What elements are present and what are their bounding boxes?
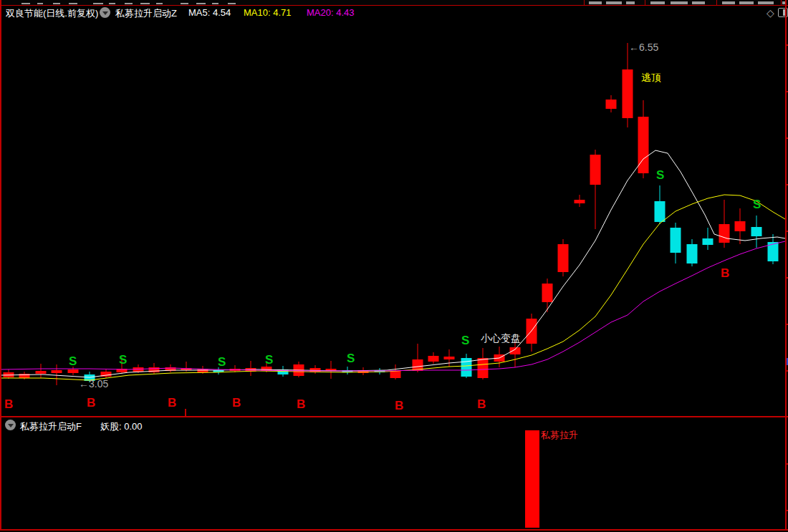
chart-canvas[interactable]: SSSSSSSSBBBBBBBB←3.05←6.55逃顶小心变盘私募拉升 bbox=[0, 0, 788, 532]
right-border bbox=[785, 0, 787, 531]
candle-body bbox=[133, 367, 144, 372]
candle-body bbox=[542, 284, 553, 302]
stock-title: 双良节能(日线.前复权) bbox=[6, 7, 98, 20]
top-border bbox=[0, 5, 788, 6]
sell-marker: S bbox=[265, 353, 273, 367]
candle-body bbox=[230, 369, 241, 371]
buy-marker: B bbox=[168, 396, 176, 410]
buy-marker: B bbox=[721, 266, 729, 280]
candle-body bbox=[638, 117, 649, 173]
chart-annotation: ←3.05 bbox=[79, 378, 108, 390]
candle-body bbox=[494, 354, 505, 362]
toolbar-button-fragment[interactable] bbox=[626, 1, 635, 4]
toolbar-button-fragment[interactable] bbox=[739, 1, 754, 4]
candle-body bbox=[278, 369, 289, 374]
toolbar-button-fragment[interactable] bbox=[21, 3, 30, 4]
toolbar-separator bbox=[584, 0, 585, 5]
candle-body bbox=[558, 244, 569, 272]
candle-body bbox=[310, 368, 321, 372]
toolbar-button-fragment[interactable] bbox=[53, 3, 60, 4]
trading-app-window: 双良节能(日线.前复权) 私募拉升启动Z MA5: 4.54 MA10: 4.7… bbox=[0, 0, 788, 532]
toolbar-remnant[interactable] bbox=[0, 0, 788, 5]
sell-marker: S bbox=[753, 198, 761, 211]
sell-marker: S bbox=[69, 354, 77, 368]
toolbar-button-fragment[interactable] bbox=[156, 3, 163, 4]
sell-marker: S bbox=[218, 355, 226, 369]
toolbar-button-fragment[interactable] bbox=[758, 1, 774, 4]
candle-body bbox=[444, 357, 455, 359]
candle-body bbox=[703, 238, 713, 245]
toolbar-button-fragment[interactable] bbox=[125, 3, 133, 4]
candle-body bbox=[527, 319, 537, 344]
buy-marker: B bbox=[87, 396, 95, 410]
candle-body bbox=[68, 369, 79, 373]
subpanel-dropdown-icon[interactable] bbox=[5, 420, 16, 430]
candle-body bbox=[294, 364, 304, 376]
toolbar-button-fragment[interactable] bbox=[606, 1, 622, 4]
candle-body bbox=[149, 367, 160, 372]
subpanel-indicator-label: 私募拉升启动F bbox=[20, 420, 82, 433]
toolbar-separator bbox=[645, 0, 645, 5]
sell-marker: S bbox=[656, 168, 664, 182]
toolbar-button-fragment[interactable] bbox=[589, 1, 602, 4]
candle-body bbox=[606, 100, 617, 109]
chart-annotation: 逃顶 bbox=[641, 72, 661, 83]
toolbar-button-fragment[interactable] bbox=[650, 1, 665, 4]
toolbar-button-fragment[interactable] bbox=[722, 1, 735, 4]
candle-body bbox=[52, 370, 62, 373]
ma5-value: MA5: 4.54 bbox=[188, 7, 231, 18]
left-border bbox=[0, 0, 1, 531]
subpanel-value: 妖股: 0.00 bbox=[100, 420, 143, 433]
ma-line-ma5 bbox=[1, 150, 785, 377]
toolbar-button-fragment[interactable] bbox=[212, 3, 218, 4]
candle-body bbox=[19, 374, 30, 378]
candle-body bbox=[4, 372, 14, 377]
sell-marker: S bbox=[461, 334, 469, 347]
buy-marker: B bbox=[297, 397, 305, 411]
diamond-icon[interactable]: ◇ bbox=[767, 8, 774, 18]
toolbar-button-fragment[interactable] bbox=[692, 1, 705, 4]
candle-body bbox=[751, 227, 762, 236]
toolbar-button-fragment[interactable] bbox=[69, 3, 77, 4]
chart-annotation: 小心变盘 bbox=[481, 332, 521, 344]
main-indicator-label: 私募拉升启动Z bbox=[115, 7, 177, 20]
toolbar-button-fragment[interactable] bbox=[93, 3, 103, 4]
candle-body bbox=[575, 200, 585, 203]
candle-body bbox=[687, 244, 698, 263]
candle-body bbox=[655, 201, 666, 222]
candle-body bbox=[719, 224, 730, 243]
candle-body bbox=[358, 370, 369, 373]
buy-marker: B bbox=[4, 397, 13, 411]
candle-body bbox=[165, 367, 176, 371]
candle-body bbox=[735, 221, 746, 231]
toolbar-button-fragment[interactable] bbox=[228, 3, 236, 4]
toolbar-button-fragment[interactable] bbox=[181, 3, 188, 4]
signal-bar-label: 私募拉升 bbox=[540, 430, 578, 440]
chart-annotation: ←6.55 bbox=[629, 42, 658, 53]
candle-body bbox=[590, 155, 601, 185]
bottom-border bbox=[0, 529, 788, 531]
candle-body bbox=[36, 371, 47, 374]
candle-body bbox=[623, 69, 633, 118]
buy-marker: B bbox=[395, 399, 403, 412]
candle-body bbox=[181, 368, 192, 370]
candle-body bbox=[198, 369, 208, 372]
candle-body bbox=[428, 356, 439, 362]
toolbar-button-fragment[interactable] bbox=[196, 3, 206, 4]
toolbar-separator bbox=[716, 0, 717, 5]
toolbar-button-fragment[interactable] bbox=[109, 3, 115, 4]
indicator-dropdown-icon[interactable] bbox=[100, 7, 110, 18]
candle-body bbox=[85, 374, 95, 381]
buy-marker: B bbox=[232, 396, 241, 410]
candle-body bbox=[342, 370, 353, 372]
sell-marker: S bbox=[347, 352, 355, 365]
toolbar-button-fragment[interactable] bbox=[671, 1, 688, 4]
candle-body bbox=[413, 359, 423, 371]
candle-body bbox=[101, 372, 112, 377]
panel-divider[interactable] bbox=[0, 416, 788, 417]
candle-body bbox=[671, 228, 681, 253]
toolbar-button-fragment[interactable] bbox=[37, 3, 43, 4]
toolbar-button-fragment[interactable] bbox=[140, 3, 150, 4]
candle-body bbox=[375, 370, 385, 372]
buy-marker: B bbox=[477, 397, 486, 411]
